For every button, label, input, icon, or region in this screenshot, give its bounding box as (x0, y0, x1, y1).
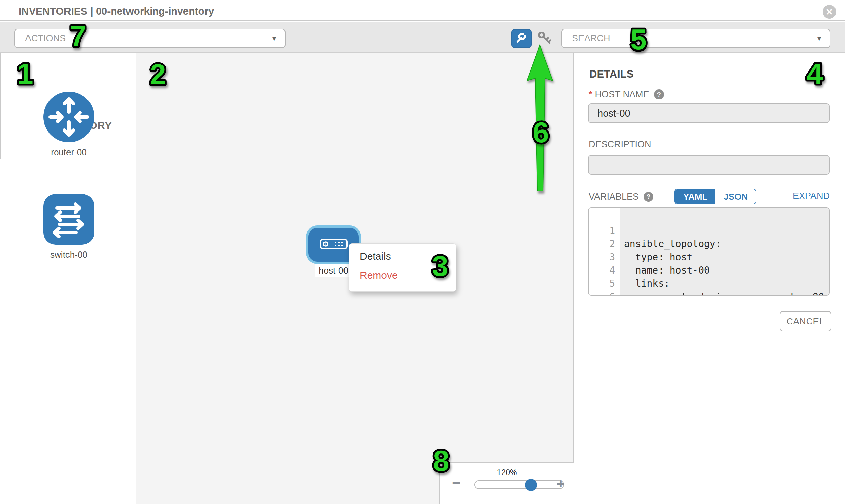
toggle-json[interactable]: JSON (716, 190, 756, 204)
variables-label: VARIABLES (589, 192, 639, 202)
search-dropdown[interactable]: SEARCH ▾ (561, 29, 830, 48)
node-context-menu: Details Remove (349, 244, 456, 292)
description-label: DESCRIPTION (589, 139, 651, 149)
palette-item-router[interactable]: router-00 (38, 91, 99, 158)
cancel-button[interactable]: CANCEL (779, 311, 831, 331)
key-icon (538, 31, 552, 47)
help-icon[interactable]: ? (644, 192, 653, 202)
zoom-out-button[interactable]: − (452, 475, 461, 490)
toggle-yaml[interactable]: YAML (675, 190, 716, 204)
context-menu-item-details[interactable]: Details (360, 251, 456, 261)
close-icon[interactable]: ✕ (823, 5, 836, 19)
palette-item-switch[interactable]: switch-00 (38, 194, 99, 260)
page-title: INVENTORIES | 00-networking-inventory (19, 5, 214, 17)
host-name-label: HOST NAME (595, 89, 649, 100)
sidebar-scroll-edge (0, 53, 1, 159)
host-name-input[interactable] (588, 103, 830, 123)
variables-format-toggle: YAML JSON (674, 189, 757, 204)
chevron-down-icon: ▾ (272, 34, 276, 43)
zoom-slider-track[interactable] (474, 480, 564, 489)
context-menu-item-remove[interactable]: Remove (360, 270, 456, 280)
required-marker: * (589, 89, 592, 100)
palette-item-label: router-00 (38, 147, 99, 158)
host-icon (320, 239, 348, 251)
toolbar: ACTIONS ▾ (0, 22, 845, 53)
expand-link[interactable]: EXPAND (793, 191, 830, 201)
zoom-control-panel: 120% − + (439, 462, 574, 504)
zoom-in-button[interactable]: + (557, 477, 565, 490)
header-bar: INVENTORIES | 00-networking-inventory ✕ (0, 0, 845, 21)
inventory-topology-app: INVENTORIES | 00-networking-inventory ✕ … (0, 0, 845, 504)
zoom-slider-thumb[interactable] (525, 479, 537, 491)
topology-canvas[interactable]: host-00 Details Remove 120% − + (136, 53, 574, 504)
details-panel-heading: DETAILS (589, 68, 633, 80)
wrench-icon (515, 32, 528, 46)
router-icon (43, 138, 94, 143)
configure-tool-button[interactable] (511, 29, 532, 48)
actions-dropdown[interactable]: ACTIONS ▾ (14, 29, 285, 48)
variables-code-editor[interactable]: 1 ansible_topology: 2 type: host 3 name:… (588, 208, 830, 295)
actions-dropdown-placeholder: ACTIONS (25, 33, 66, 44)
switch-icon (43, 240, 94, 246)
chevron-down-icon: ▾ (817, 34, 821, 43)
search-dropdown-placeholder: SEARCH (572, 33, 610, 44)
description-label-row: DESCRIPTION (589, 139, 651, 150)
description-input[interactable] (588, 155, 830, 175)
host-name-label-row: * HOST NAME ? (589, 89, 664, 100)
details-panel: DETAILS * HOST NAME ? DESCRIPTION VARIAB… (575, 53, 845, 504)
key-button[interactable] (537, 31, 553, 46)
palette-item-label: switch-00 (38, 250, 99, 260)
help-icon[interactable]: ? (654, 89, 664, 99)
